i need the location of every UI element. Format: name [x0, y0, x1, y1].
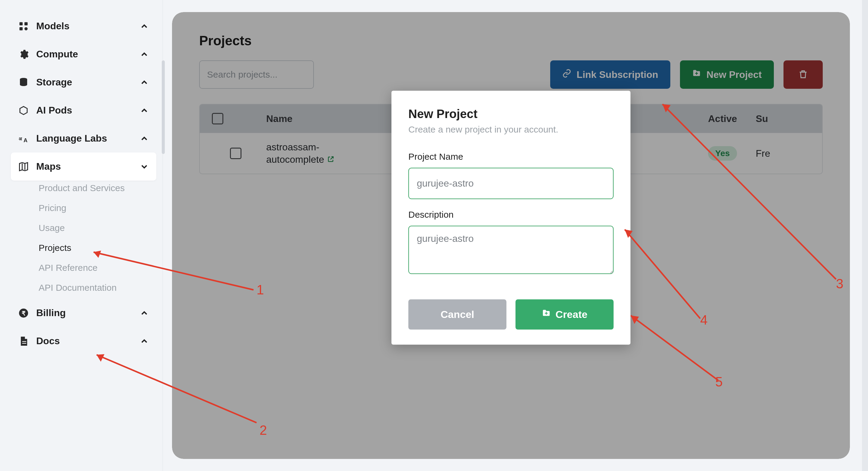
sidebar-item-label: Storage	[36, 77, 132, 88]
svg-rect-2	[20, 27, 23, 30]
rupee-icon: ₹	[18, 308, 29, 319]
chevron-up-icon	[140, 78, 149, 87]
maps-subitems: Product and Services Pricing Usage Proje…	[11, 181, 156, 299]
main-card: Projects Link Subscription New Project	[172, 12, 850, 459]
description-input[interactable]	[408, 226, 614, 274]
folder-plus-icon	[542, 308, 551, 320]
document-icon	[18, 336, 29, 347]
sidebar-subitem-usage[interactable]: Usage	[39, 223, 156, 233]
sidebar-item-storage[interactable]: Storage	[11, 68, 156, 96]
sidebar-subitem-api-documentation[interactable]: API Documentation	[39, 283, 156, 293]
lang-icon: अA	[18, 133, 29, 144]
chevron-up-icon	[140, 336, 149, 346]
sidebar-item-label: Language Labs	[36, 133, 132, 144]
svg-rect-9	[22, 341, 27, 342]
project-name-label: Project Name	[408, 151, 614, 161]
database-icon	[18, 77, 29, 88]
sidebar-item-label: AI Pods	[36, 105, 132, 116]
chevron-up-icon	[140, 106, 149, 115]
chevron-up-icon	[140, 134, 149, 143]
svg-rect-1	[25, 22, 28, 25]
page-scrollbar[interactable]	[862, 0, 868, 471]
sidebar-item-label: Compute	[36, 49, 132, 60]
sidebar-subitem-projects[interactable]: Projects	[39, 243, 156, 253]
sidebar-item-compute[interactable]: Compute	[11, 40, 156, 68]
sidebar-item-docs[interactable]: Docs	[11, 327, 156, 355]
modal-subtitle: Create a new project in your account.	[408, 124, 614, 135]
gear-icon	[18, 49, 29, 60]
new-project-modal: New Project Create a new project in your…	[392, 91, 630, 345]
chevron-down-icon	[140, 162, 149, 172]
svg-point-3	[25, 27, 28, 30]
categories-icon	[18, 21, 29, 32]
chevron-up-icon	[140, 50, 149, 59]
cube-icon	[18, 105, 29, 116]
description-label: Description	[408, 209, 614, 219]
sidebar-item-models[interactable]: Models	[11, 12, 156, 40]
sidebar: Models Compute Storage AI Pods	[0, 0, 163, 471]
sidebar-item-billing[interactable]: ₹ Billing	[11, 299, 156, 327]
sidebar-item-label: Maps	[36, 161, 132, 172]
app-root: Models Compute Storage AI Pods	[0, 0, 868, 471]
sidebar-item-label: Models	[36, 21, 132, 32]
sidebar-item-maps[interactable]: Maps	[11, 152, 156, 181]
sidebar-subitem-api-reference[interactable]: API Reference	[39, 263, 156, 273]
sidebar-subitem-pricing[interactable]: Pricing	[39, 203, 156, 213]
svg-text:A: A	[24, 137, 28, 143]
project-name-input[interactable]	[408, 168, 614, 199]
sidebar-subitem-product[interactable]: Product and Services	[39, 183, 156, 193]
chevron-up-icon	[140, 308, 149, 318]
sidebar-item-language-labs[interactable]: अA Language Labs	[11, 124, 156, 152]
sidebar-item-label: Docs	[36, 335, 132, 347]
sidebar-item-label: Billing	[36, 307, 132, 319]
main: Projects Link Subscription New Project	[163, 0, 862, 471]
svg-rect-0	[20, 22, 23, 25]
maps-icon	[18, 161, 29, 172]
svg-rect-10	[22, 343, 27, 344]
svg-text:अ: अ	[19, 136, 22, 141]
cancel-button[interactable]: Cancel	[408, 299, 506, 329]
chevron-up-icon	[140, 22, 149, 31]
svg-text:₹: ₹	[22, 310, 26, 316]
sidebar-item-ai-pods[interactable]: AI Pods	[11, 96, 156, 124]
modal-title: New Project	[408, 107, 614, 120]
create-button[interactable]: Create	[516, 299, 614, 329]
